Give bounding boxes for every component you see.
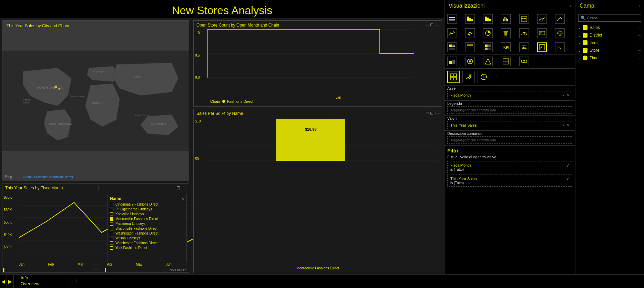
legend-checkbox[interactable] xyxy=(110,203,113,206)
name-legend-item[interactable]: Winchester Fashions Direct xyxy=(110,241,184,245)
viz-pie[interactable] xyxy=(483,28,493,38)
more-icon3[interactable]: ··· xyxy=(435,110,439,116)
field-chevron[interactable]: ∨ xyxy=(578,56,581,60)
descrizioni-placeholder[interactable]: Aggiungere qui i campi dati xyxy=(447,136,572,144)
viz-shape-map[interactable]: R xyxy=(537,42,547,52)
field-dots[interactable]: ··· xyxy=(638,40,641,45)
bottom-resize[interactable]: ⟺ xyxy=(93,267,99,272)
tab-district-monthly-sales[interactable]: District Monthly Sales xyxy=(14,286,71,288)
tab-prev[interactable]: ◀ xyxy=(0,275,7,288)
campi-chevron[interactable]: › xyxy=(638,3,640,8)
viz-gauge[interactable] xyxy=(519,28,529,38)
viz-ribbon[interactable] xyxy=(519,14,529,24)
campi-field-item[interactable]: ∨ Store ··· xyxy=(575,47,644,54)
viz-tree[interactable] xyxy=(447,42,457,52)
legend-checkbox[interactable] xyxy=(110,208,113,211)
valori-remove[interactable]: ✕ xyxy=(566,123,569,127)
valori-chevron[interactable]: ∨ xyxy=(562,123,565,127)
viz-line[interactable] xyxy=(447,28,457,38)
viz-custom5[interactable] xyxy=(519,57,529,66)
filtri-chevron[interactable]: ∨ xyxy=(566,176,569,181)
expand-icon[interactable]: ⊡ xyxy=(176,185,181,190)
name-legend-item[interactable]: Sharonville Fashions Direct xyxy=(110,227,184,230)
legend-checkbox[interactable] xyxy=(110,241,113,245)
field-chevron[interactable]: ∨ xyxy=(578,49,581,52)
viz-scatter[interactable] xyxy=(465,28,475,38)
more-icon2[interactable]: ··· xyxy=(435,22,439,28)
campi-search[interactable]: 🔍 xyxy=(578,14,641,22)
tab-next[interactable]: ▶ xyxy=(7,275,14,288)
campi-field-item[interactable]: ∨ Sales ··· xyxy=(575,24,644,31)
legenda-placeholder[interactable]: Aggiungere qui i campi dati xyxy=(447,106,572,114)
name-legend-item[interactable]: Wilson Lindseys xyxy=(110,236,184,240)
name-legend-item[interactable]: Knoxville Lindseys xyxy=(110,212,184,216)
legend-checkbox[interactable] xyxy=(110,212,113,216)
viz-custom3[interactable] xyxy=(483,57,493,66)
filtri-chevron[interactable]: ∨ xyxy=(566,163,569,168)
filtri-item[interactable]: FiscalMonth ∨ is (Tutto) xyxy=(447,161,572,173)
campi-field-item[interactable]: ∨ Item ··· xyxy=(575,39,644,47)
name-legend-item[interactable]: Pasadena Lindseys xyxy=(110,222,184,226)
legend-checkbox[interactable] xyxy=(110,232,113,235)
viz-waterfall[interactable] xyxy=(501,14,511,24)
name-legend-item[interactable]: Washington Fashions Direct xyxy=(110,231,184,235)
viz-chevron[interactable]: › xyxy=(570,3,571,8)
search-input[interactable] xyxy=(587,16,639,20)
viz-bar[interactable] xyxy=(465,14,475,24)
name-legend-item[interactable]: Monroeville Fashions Direct xyxy=(110,217,184,221)
drag-handle2[interactable]: ≡ xyxy=(426,110,429,116)
legend-checkbox[interactable] xyxy=(110,227,113,230)
more-icon[interactable]: ··· xyxy=(182,185,186,190)
viz-card[interactable] xyxy=(537,28,547,38)
field-dots[interactable]: ··· xyxy=(638,33,641,38)
tab-info[interactable]: Info xyxy=(14,275,71,280)
field-chevron[interactable]: ∨ xyxy=(578,26,581,30)
expand-icon3[interactable]: ⊡ xyxy=(430,111,433,116)
campi-field-item[interactable]: ∨ Time ··· xyxy=(575,54,644,62)
viz-line-cluster[interactable] xyxy=(537,14,547,24)
legend-checkbox[interactable] xyxy=(110,222,113,226)
field-dots[interactable]: ··· xyxy=(638,56,641,60)
viz-funnel[interactable] xyxy=(501,28,511,38)
expand-icon2[interactable]: ⊡ xyxy=(430,22,433,27)
asse-value[interactable]: FiscalMonth ∨ ✕ xyxy=(447,91,572,99)
name-legend-item[interactable]: Ft. Oglethorpe Lindseys xyxy=(110,207,184,211)
name-legend-chevron[interactable]: ∧ xyxy=(181,196,184,201)
legend-item-text: Washington Fashions Direct xyxy=(115,231,159,235)
field-icon xyxy=(583,40,587,45)
legend-checkbox[interactable] xyxy=(110,217,113,221)
viz-custom4[interactable] xyxy=(501,57,511,66)
legend-checkbox[interactable] xyxy=(110,246,113,250)
viz-stacked-bar[interactable] xyxy=(447,14,457,24)
drag-handle[interactable]: ≡ xyxy=(426,22,429,28)
format-analytics-icon[interactable] xyxy=(478,71,490,83)
asse-chevron[interactable]: ∨ xyxy=(562,93,565,97)
format-paint-icon[interactable] xyxy=(462,71,475,83)
viz-custom1[interactable] xyxy=(447,57,457,66)
field-chevron[interactable]: ∨ xyxy=(578,33,581,37)
asse-remove[interactable]: ✕ xyxy=(566,93,569,97)
field-chevron[interactable]: ∨ xyxy=(578,41,581,45)
name-legend-item[interactable]: Cincinnati 2 Fashions Direct xyxy=(110,202,184,206)
resize-handle[interactable]: ⋮⋮ xyxy=(90,185,101,191)
campi-field-item[interactable]: ∨ District ··· xyxy=(575,31,644,39)
valori-value[interactable]: This Year Sales ∨ ✕ xyxy=(447,121,572,129)
viz-slicer[interactable] xyxy=(519,42,529,52)
more-viz-dots[interactable]: ··· xyxy=(494,74,499,80)
viz-table[interactable] xyxy=(465,42,475,52)
tab-add[interactable]: + xyxy=(71,275,83,288)
viz-custom2[interactable] xyxy=(465,57,475,66)
viz-map[interactable] xyxy=(555,28,565,38)
field-dots[interactable]: ··· xyxy=(638,48,641,53)
format-grid-icon[interactable] xyxy=(447,71,460,83)
field-dots[interactable]: ··· xyxy=(638,25,641,30)
filtri-item[interactable]: This Year Sales ∨ is (Tutto) xyxy=(447,175,572,187)
viz-matrix[interactable] xyxy=(483,42,493,52)
legend-checkbox[interactable] xyxy=(110,237,113,240)
viz-python[interactable]: Py xyxy=(555,42,565,52)
viz-area[interactable] xyxy=(555,14,565,24)
tab-overview[interactable]: Overview xyxy=(14,280,71,286)
name-legend-item[interactable]: York Fashions Direct xyxy=(110,246,184,250)
viz-bar2[interactable] xyxy=(483,14,493,24)
viz-kpi[interactable]: KPI xyxy=(501,42,511,52)
